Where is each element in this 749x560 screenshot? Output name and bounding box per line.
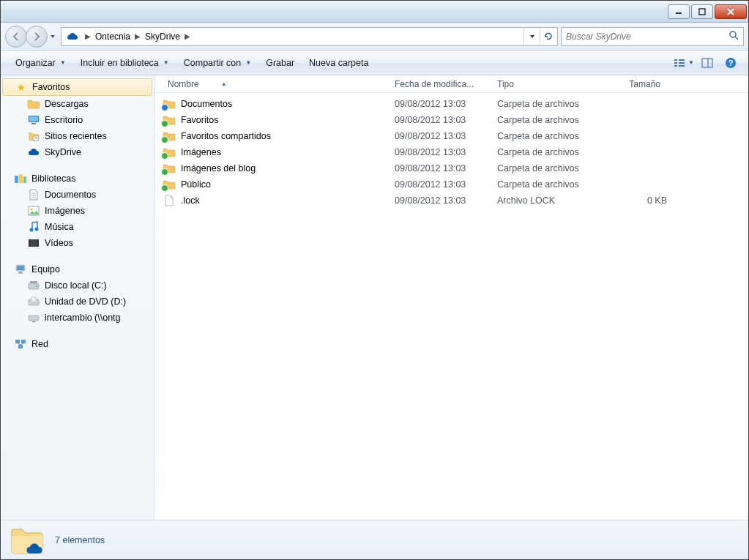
nav-history-dropdown[interactable] (48, 26, 58, 48)
status-text: 7 elementos (55, 535, 105, 545)
column-header-date[interactable]: Fecha de modifica... (389, 76, 491, 92)
sidebar-item-network-drive[interactable]: intercambio (\\ontg (1, 310, 154, 326)
sidebar-item-pictures[interactable]: Imágenes (1, 203, 154, 219)
svg-rect-54 (18, 345, 23, 348)
file-type: Carpeta de archivos (491, 99, 601, 109)
svg-rect-33 (29, 239, 39, 247)
file-date: 09/08/2012 13:03 (389, 179, 491, 190)
sidebar-item-label: Unidad de DVD (D:) (45, 296, 126, 307)
column-header-name[interactable]: Nombre▲ (162, 76, 389, 92)
sidebar-label: Bibliotecas (31, 173, 75, 184)
file-date: 09/08/2012 13:03 (389, 115, 491, 125)
svg-rect-7 (674, 62, 677, 64)
file-row[interactable]: Imágenes del blog09/08/2012 13:03Carpeta… (162, 160, 748, 176)
file-name: Imágenes del blog (181, 163, 389, 173)
file-row[interactable]: Imágenes09/08/2012 13:03Carpeta de archi… (162, 144, 748, 160)
maximize-button[interactable] (691, 4, 713, 19)
file-date: 09/08/2012 13:03 (389, 195, 491, 206)
sidebar-item-label: Música (45, 222, 74, 232)
sidebar-label: Equipo (31, 264, 60, 275)
back-button[interactable] (5, 26, 27, 48)
breadcrumb-segment[interactable]: SkyDrive (144, 31, 182, 42)
cloud-icon (27, 146, 40, 158)
sidebar-computer-header[interactable]: Equipo (1, 261, 154, 277)
file-date: 09/08/2012 13:03 (389, 131, 491, 141)
search-box[interactable] (561, 27, 744, 46)
file-row[interactable]: Favoritos09/08/2012 13:03Carpeta de arch… (162, 112, 748, 128)
dropdown-icon: ▼ (60, 59, 66, 66)
share-menu[interactable]: Compartir con▼ (176, 55, 258, 71)
desktop-icon (27, 114, 40, 126)
view-options-button[interactable]: ▼ (674, 54, 694, 72)
forward-button[interactable] (26, 26, 48, 48)
svg-point-4 (730, 31, 736, 37)
column-headers: Nombre▲ Fecha de modifica... Tipo Tamaño (154, 75, 748, 93)
sidebar-item-label: Documentos (45, 190, 96, 200)
close-button[interactable] (715, 4, 747, 19)
newfolder-label: Nueva carpeta (309, 58, 368, 68)
file-row[interactable]: Público09/08/2012 13:03Carpeta de archiv… (162, 176, 748, 193)
sidebar-label: Red (31, 339, 48, 349)
file-row[interactable]: Favoritos compartidos09/08/2012 13:03Car… (162, 128, 748, 144)
svg-rect-6 (674, 59, 677, 61)
svg-rect-24 (23, 176, 26, 183)
svg-rect-12 (702, 59, 712, 67)
svg-rect-17 (29, 116, 38, 122)
address-dropdown-button[interactable] (523, 28, 540, 45)
folder-icon (162, 130, 176, 143)
titlebar (1, 1, 748, 23)
svg-point-41 (38, 245, 39, 246)
sidebar-network-header[interactable]: Red (1, 336, 154, 352)
minimize-button[interactable] (668, 4, 690, 19)
dropdown-icon: ▼ (163, 59, 169, 66)
file-date: 09/08/2012 13:03 (389, 99, 491, 109)
sidebar-item-videos[interactable]: Vídeos (1, 235, 154, 251)
sidebar-item-music[interactable]: Música (1, 219, 154, 235)
sidebar-item-label: Sitios recientes (45, 131, 107, 141)
file-type: Carpeta de archivos (491, 131, 601, 141)
organize-menu[interactable]: Organizar▼ (8, 55, 73, 71)
file-name: Documentos (181, 99, 389, 109)
svg-rect-44 (18, 272, 23, 274)
refresh-button[interactable] (540, 28, 556, 45)
sidebar-item-downloads[interactable]: Descargas (1, 96, 154, 112)
video-icon (27, 237, 40, 249)
sidebar-item-dvd-drive[interactable]: Unidad de DVD (D:) (1, 294, 154, 310)
column-header-size[interactable]: Tamaño (601, 76, 667, 92)
file-row[interactable]: Documentos09/08/2012 13:03Carpeta de arc… (162, 96, 748, 112)
svg-rect-23 (19, 174, 23, 183)
file-type: Carpeta de archivos (491, 179, 601, 190)
column-header-type[interactable]: Tipo (491, 76, 601, 92)
search-input[interactable] (566, 31, 728, 42)
file-icon (162, 194, 176, 207)
breadcrumb-separator-icon: ▶ (182, 32, 193, 40)
column-label: Nombre (168, 79, 199, 89)
svg-rect-51 (29, 316, 39, 321)
network-drive-icon (27, 312, 40, 324)
svg-rect-18 (31, 123, 36, 124)
sidebar-item-local-disk[interactable]: Disco local (C:) (1, 277, 154, 294)
help-button[interactable]: ? (720, 54, 741, 72)
sidebar-item-desktop[interactable]: Escritorio (1, 112, 154, 128)
breadcrumb-separator-icon: ▶ (82, 32, 94, 40)
include-library-menu[interactable]: Incluir en biblioteca▼ (73, 55, 176, 71)
breadcrumb-segment[interactable]: Ontecnia (94, 31, 132, 42)
sidebar-libraries-header[interactable]: Bibliotecas (1, 171, 154, 187)
address-bar[interactable]: ▶ Ontecnia ▶ SkyDrive ▶ (61, 27, 558, 46)
preview-pane-button[interactable] (697, 54, 718, 72)
sidebar-item-recent[interactable]: Sitios recientes (1, 128, 154, 144)
file-type: Carpeta de archivos (491, 115, 601, 125)
sidebar-item-skydrive[interactable]: SkyDrive (1, 144, 154, 160)
file-name: Favoritos compartidos (181, 131, 389, 141)
new-folder-button[interactable]: Nueva carpeta (302, 55, 376, 71)
file-type: Archivo LOCK (491, 195, 601, 206)
burn-button[interactable]: Grabar (258, 55, 302, 71)
sidebar-item-documents[interactable]: Documentos (1, 187, 154, 203)
sidebar-item-label: Vídeos (45, 238, 73, 248)
sidebar-favorites-header[interactable]: ★Favoritos (2, 78, 152, 96)
svg-rect-8 (674, 65, 677, 67)
file-row[interactable]: .lock09/08/2012 13:03Archivo LOCK0 KB (162, 193, 748, 209)
file-name: Imágenes (181, 147, 389, 157)
skydrive-icon (66, 30, 79, 43)
svg-point-39 (38, 241, 39, 242)
